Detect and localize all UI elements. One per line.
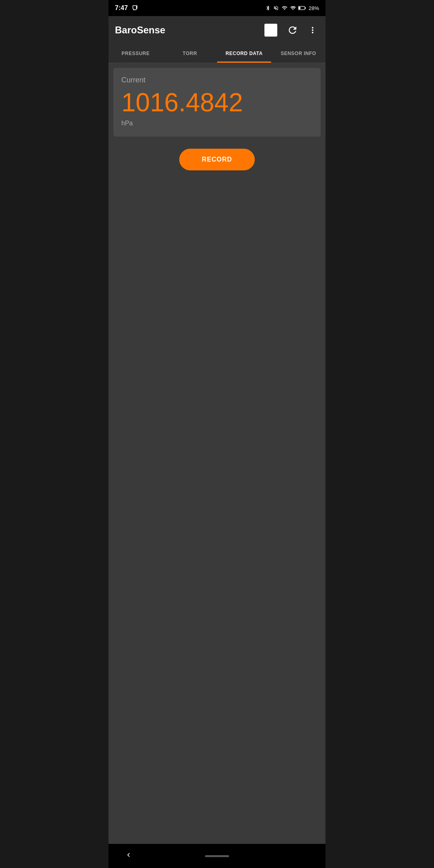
current-reading-card: Current 1016.4842 hPa (113, 68, 321, 137)
back-button[interactable] (125, 851, 133, 861)
home-indicator (205, 855, 229, 857)
battery-percentage: 28% (309, 5, 319, 11)
record-button[interactable]: RECORD (179, 149, 254, 170)
back-icon (125, 851, 133, 859)
status-bar-right: 28% (265, 5, 319, 11)
app-bar: BaroSense (108, 16, 326, 44)
app-bar-actions (263, 22, 319, 38)
record-btn-container: RECORD (113, 145, 321, 174)
notification-icon (131, 4, 138, 12)
current-label: Current (121, 76, 313, 84)
signal-icon (290, 5, 296, 11)
main-content: Current 1016.4842 hPa RECORD (108, 63, 326, 512)
status-bar-left: 7:47 (115, 4, 138, 12)
app-title: BaroSense (115, 25, 165, 36)
wifi-icon (281, 5, 288, 11)
current-unit: hPa (121, 120, 313, 127)
empty-area (108, 512, 326, 844)
more-options-button[interactable] (306, 24, 319, 37)
save-icon (264, 24, 277, 37)
current-value: 1016.4842 (121, 88, 313, 117)
status-time: 7:47 (115, 4, 128, 12)
svg-rect-2 (305, 7, 306, 9)
tab-sensor-info[interactable]: SENSOR INFO (271, 44, 326, 63)
tab-record-data[interactable]: RECORD DATA (217, 44, 271, 63)
mute-icon (273, 5, 279, 11)
tab-torr[interactable]: TORR (163, 44, 217, 63)
svg-rect-1 (299, 7, 300, 9)
status-bar: 7:47 28% (108, 0, 326, 16)
bluetooth-icon (265, 5, 271, 11)
refresh-button[interactable] (285, 23, 300, 37)
save-button[interactable] (263, 22, 279, 38)
tab-pressure[interactable]: PRESSURE (108, 44, 163, 63)
tabs-bar: PRESSURE TORR RECORD DATA SENSOR INFO (108, 44, 326, 63)
battery-icon (298, 5, 306, 11)
refresh-icon (287, 25, 298, 36)
more-options-icon (308, 25, 317, 35)
bottom-nav-bar (108, 844, 326, 868)
